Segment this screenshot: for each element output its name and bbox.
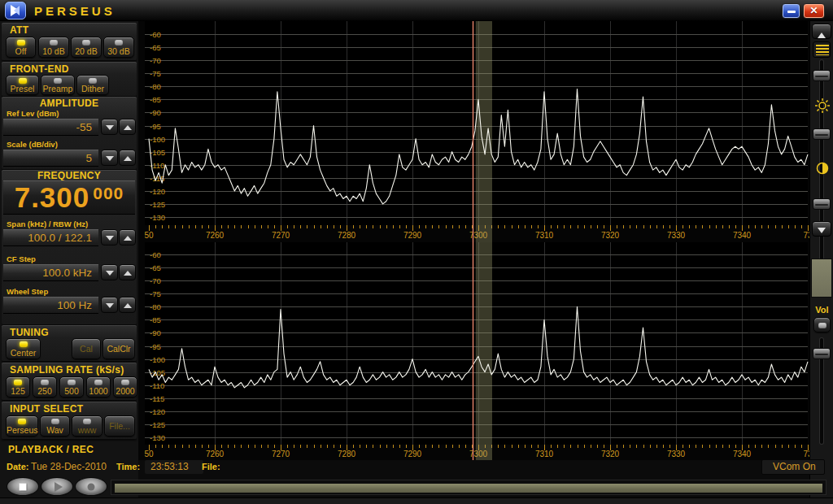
wheel-step-down-button[interactable]: [101, 297, 118, 313]
svg-text:-100: -100: [150, 135, 165, 144]
spectrum-speed-slider-handle[interactable]: [813, 70, 831, 81]
vol-mute-button[interactable]: [813, 317, 831, 332]
svg-text:7320: 7320: [601, 231, 620, 240]
scale-field[interactable]: 5: [3, 150, 98, 167]
span-up-button[interactable]: [119, 229, 136, 245]
indicator-led: [89, 78, 97, 84]
ref-lev-field[interactable]: -55: [3, 119, 98, 136]
indicator-led: [50, 40, 58, 46]
svg-text:7270: 7270: [272, 231, 290, 240]
play-button[interactable]: [41, 477, 73, 496]
att-off-button[interactable]: Off: [6, 37, 36, 58]
scale-up-button[interactable]: [119, 150, 136, 166]
att-10db-button[interactable]: 10 dB: [38, 37, 69, 58]
svg-text:-115: -115: [150, 394, 164, 403]
svg-text:-80: -80: [150, 82, 161, 91]
file-label: File:: [202, 462, 220, 471]
rate-2000-button[interactable]: 2000: [113, 376, 137, 398]
att-20db-button[interactable]: 20 dB: [71, 37, 102, 58]
preamp-button[interactable]: Preamp: [41, 75, 75, 95]
svg-text:50: 50: [144, 231, 154, 240]
rail-down-arrow-button[interactable]: [812, 221, 831, 237]
wheel-step-field[interactable]: 100 Hz: [3, 297, 98, 314]
button-label: 500: [60, 386, 83, 396]
play-icon: [55, 482, 63, 492]
palette-stripes-icon[interactable]: [813, 41, 831, 58]
frequency-display[interactable]: 7.300 000: [3, 180, 135, 215]
button-label: Off: [7, 46, 35, 56]
date-value: Tue 28-Dec-2010: [31, 461, 107, 472]
contrast-slider-handle[interactable]: [813, 198, 831, 210]
cf-step-down-button[interactable]: [101, 264, 118, 280]
input-select-section: INPUT SELECT Perseus Wav www File...: [2, 402, 137, 439]
volume-slider-handle[interactable]: [813, 348, 831, 359]
scale-label: Scale (dB/div): [7, 140, 58, 149]
app-logo-icon[interactable]: [5, 2, 26, 20]
rate-250-button[interactable]: 250: [33, 376, 57, 398]
input-wav-button[interactable]: Wav: [40, 415, 70, 437]
input-www-button[interactable]: www: [72, 415, 102, 437]
main-spectrum-plot[interactable]: -60-65-70-75-80-85-90-95-100-105-110-115…: [138, 21, 809, 242]
svg-text:-130: -130: [150, 433, 165, 442]
secondary-spectrum-plot[interactable]: -60-65-70-75-80-85-90-95-100-105-110-115…: [138, 242, 809, 460]
indicator-led: [68, 380, 76, 385]
date-label: Date:: [7, 462, 29, 471]
wheel-step-label: Wheel Step: [7, 287, 48, 296]
svg-text:-60: -60: [150, 250, 161, 259]
stop-button[interactable]: [7, 477, 39, 496]
tuning-section: TUNING Center Cal CalClr: [2, 325, 137, 361]
presel-button[interactable]: Presel: [6, 75, 39, 95]
svg-text:-90: -90: [150, 108, 161, 117]
svg-text:-90: -90: [150, 328, 161, 337]
button-label: 2000: [114, 386, 137, 396]
cal-button[interactable]: Cal: [72, 338, 101, 359]
cf-step-field[interactable]: 100.0 kHz: [3, 264, 98, 281]
scale-down-button[interactable]: [101, 150, 118, 166]
rate-1000-button[interactable]: 1000: [86, 376, 111, 398]
input-file-button[interactable]: File...: [104, 415, 135, 437]
svg-text:7340: 7340: [733, 231, 752, 240]
button-label: 250: [33, 386, 56, 396]
dither-button[interactable]: Dither: [76, 75, 109, 95]
record-button[interactable]: [75, 477, 107, 496]
button-label: Center: [7, 348, 40, 358]
brightness-slider-handle[interactable]: [813, 128, 831, 140]
svg-text:50: 50: [144, 450, 154, 458]
sampling-rate-header: SAMPLING RATE (kS/s): [10, 364, 124, 376]
cf-step-up-button[interactable]: [119, 264, 136, 280]
svg-text:-130: -130: [150, 213, 165, 222]
svg-text:7280: 7280: [338, 231, 356, 240]
svg-text:-65: -65: [150, 43, 161, 52]
span-down-button[interactable]: [101, 229, 118, 245]
svg-text:-65: -65: [150, 263, 161, 272]
svg-text:-95: -95: [150, 342, 161, 351]
rate-125-button[interactable]: 125: [6, 376, 30, 398]
rail-up-arrow-button[interactable]: [812, 24, 831, 39]
svg-text:-70: -70: [150, 276, 161, 285]
close-button[interactable]: ✕: [803, 3, 825, 19]
calclr-button[interactable]: CalClr: [102, 338, 135, 359]
ref-lev-up-button[interactable]: [119, 119, 136, 135]
svg-text:7270: 7270: [272, 450, 290, 458]
svg-text:-75: -75: [150, 69, 161, 78]
playback-progress-track[interactable]: [111, 480, 826, 495]
time-value: 23:53:13: [150, 461, 189, 472]
right-rail: Vol: [809, 21, 833, 504]
front-end-section: FRONT-END Presel Preamp Dither: [2, 62, 137, 96]
indicator-led: [54, 78, 62, 84]
center-button[interactable]: Center: [6, 338, 41, 359]
att-30db-button[interactable]: 30 dB: [103, 37, 134, 58]
svg-text:7290: 7290: [403, 450, 422, 458]
brightness-sun-icon: [810, 98, 833, 117]
sampling-rate-section: SAMPLING RATE (kS/s) 125 250 500 1000 20…: [2, 363, 137, 400]
svg-text:7260: 7260: [206, 231, 225, 240]
input-perseus-button[interactable]: Perseus: [6, 415, 38, 437]
vcom-status: VCom On: [773, 461, 816, 472]
ref-lev-down-button[interactable]: [101, 119, 118, 135]
minimize-button[interactable]: [782, 3, 800, 19]
rate-500-button[interactable]: 500: [59, 376, 84, 398]
wheel-step-up-button[interactable]: [119, 297, 136, 313]
ref-lev-label: Ref Lev (dBm): [7, 109, 59, 118]
frequency-main-digits: 7.300: [15, 181, 90, 214]
span-rbw-field[interactable]: 100.0 / 122.1: [3, 229, 98, 246]
